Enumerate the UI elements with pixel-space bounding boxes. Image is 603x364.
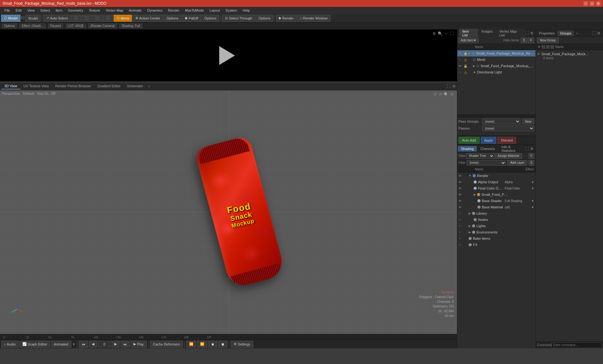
tab-info-statistics[interactable]: Info & Statistics [498,145,525,153]
item-list-scrollbar[interactable] [457,114,535,117]
tool-icon-3[interactable]: ⬛ [92,15,102,22]
animated-dropdown[interactable]: ▼ [72,342,76,346]
frame-input[interactable] [98,341,111,347]
add-item-button[interactable]: Add Item ▼ [459,38,479,43]
filter-f-button[interactable]: F [528,38,534,43]
menu-select[interactable]: Select [38,8,52,13]
item-row-1[interactable]: 👁 🔒 ⬡ Mesh [457,56,535,63]
menu-geometry[interactable]: Geometry [65,8,85,13]
lock-icon-1[interactable]: 🔒 [464,58,467,62]
next-frame-button[interactable]: ⏭ [121,341,130,348]
sh-eye-11[interactable]: 👁 [459,243,462,247]
menu-render[interactable]: Render [166,8,182,13]
tab-images[interactable]: Images [478,29,496,38]
lock-icon-0[interactable]: 🔒 [464,52,467,55]
item-row-0[interactable]: 👁 🔒 ▶ ⬡ Small_Food_Package_Mockup_Red ..… [457,50,535,56]
audio-button[interactable]: ♪ Audio [1,341,19,348]
tool-icon-4[interactable]: ⬛ [103,15,113,22]
item-row-2[interactable]: 👁 🔒 ▶ ⬡ Small_Food_Package_Mockup_Red ..… [457,63,535,69]
menu-file[interactable]: File [2,8,13,13]
shader-row-fx[interactable]: 👁 FX [457,242,535,248]
preview-icon-3[interactable]: ↔ [444,31,448,36]
tool-icon-1[interactable]: ⬛ [71,15,81,22]
auto-add-button[interactable]: Auto Add [459,137,480,144]
maximize-button[interactable]: □ [590,1,594,6]
sh-eye-6[interactable]: 👁 [459,212,462,215]
item-panel-settings-icon[interactable]: ⚙ [530,31,534,35]
menu-edit[interactable]: Edit [13,8,24,13]
options-3-button[interactable]: Options [256,15,273,22]
tab-3d-view[interactable]: 3D View [1,83,20,89]
sh-arrow-9[interactable]: ▶ [469,231,471,234]
preview-icon-2[interactable]: 🔍 [438,31,443,36]
add-layer-button[interactable]: Add Layer [507,160,527,166]
group-row-0[interactable]: 👁 Small_Food_Package_Mock... [537,51,602,56]
auto-select-button[interactable]: ↗ Auto Select [43,15,70,22]
lock-icon-3[interactable]: 🔒 [464,71,467,74]
menu-view[interactable]: View [25,8,37,13]
viewport-icon-1[interactable]: ⚙ [433,92,437,97]
sculpt-mode-button[interactable]: Sculpt [25,15,41,22]
shader-row-render[interactable]: 👁 ▼ Render [457,173,535,179]
lock-icon-2[interactable]: 🔒 [464,64,467,68]
sh-arrow-0[interactable]: ▼ [469,174,471,177]
tab-properties[interactable]: Properties [536,30,557,36]
assign-material-button[interactable]: Assign Material [495,153,522,159]
shader-row-nodes[interactable]: 👁 Nodes [457,217,535,223]
menu-help[interactable]: Help [240,8,253,13]
menu-maxtomodo[interactable]: MaxToModo [182,8,206,13]
sh-eye-8[interactable]: 👁 [459,224,462,228]
sh-arrow-r-1[interactable]: ▼ [531,180,534,184]
sh-arrow-6[interactable]: ▶ [469,212,471,215]
item-panel-expand-icon[interactable]: ⛶ [525,31,529,35]
model-mode-button[interactable]: ⬡ Model [1,15,20,22]
tab-item-list[interactable]: Item List [459,29,478,38]
transport-icon-1[interactable]: ⏪ [186,341,196,348]
new-pass-button[interactable]: New [522,119,534,124]
transport-icon-4[interactable]: ⏹ [218,341,227,348]
transport-icon-3[interactable]: ⏺ [208,341,217,348]
fr-col-eye-icon[interactable]: 👁 [538,45,541,49]
viewport-tab-add[interactable]: + [146,83,152,89]
shader-row-lights[interactable]: 👁 ▶ Lights [457,223,535,229]
sh-eye-3[interactable]: 👁 [459,193,462,196]
menu-texture[interactable]: Texture [86,8,103,13]
sh-eye-0[interactable]: 👁 [459,174,462,178]
shader-row-sfp[interactable]: 👁 ▶ Small_Food_Package_Mock ... [457,191,535,198]
sh-eye-5[interactable]: 👁 [459,206,462,209]
menu-animate[interactable]: Animate [126,8,144,13]
settings-button[interactable]: ⚙ Settings [231,341,253,348]
eye-icon-1[interactable]: 👁 [459,58,462,62]
tab-gradient-editor[interactable]: Gradient Editor [94,83,124,89]
discard-button[interactable]: Discard [497,137,516,144]
tab-shading[interactable]: Shading [458,146,477,152]
menu-system[interactable]: System [223,8,240,13]
falloff-button[interactable]: ◉ Falloff [182,15,201,22]
items-button[interactable]: ⬡ Items [114,15,132,22]
shading-settings-icon[interactable]: ⚙ [530,147,534,151]
tab-uv-texture[interactable]: UV Texture View [20,83,52,89]
fr-col-icon-4[interactable]: ⬛ [550,45,554,49]
filter-s-button[interactable]: S [521,38,527,43]
apply-button[interactable]: Apply [481,137,497,144]
fr-col-icon-3[interactable]: ⬛ [546,45,550,49]
sh-arrow-r-2[interactable]: ▼ [531,187,534,190]
graph-editor-button[interactable]: 📈 Graph Editor [19,341,50,348]
tab-schematic[interactable]: Schematic [124,83,146,89]
tab-vertex-map-list[interactable]: Vertex Map List [496,29,525,38]
tool-icon-2[interactable]: ⬛ [82,15,92,22]
sh-arrow-r-5[interactable]: ▼ [531,206,534,209]
menu-layout[interactable]: Layout [207,8,222,13]
tab-render-preset[interactable]: Render Preset Browser [52,83,94,89]
shader-row-alpha[interactable]: 👁 Alpha Output Alpha ▼ [457,179,535,185]
shader-row-finalcolor[interactable]: 👁 Final Color Output Final Color ▼ [457,185,535,191]
sh-eye-9[interactable]: 👁 [459,231,462,234]
sh-arrow-8[interactable]: ▶ [469,224,471,228]
fr-tab-add[interactable]: + [574,30,580,36]
menu-dynamics[interactable]: Dynamics [145,8,165,13]
prev-key-button[interactable]: ◀ [89,341,97,348]
sh-arrow-3[interactable]: ▶ [474,193,476,196]
viewport-icon-2[interactable]: ↺ [439,92,442,97]
menu-item[interactable]: Item [53,8,65,13]
eye-icon-0[interactable]: 👁 [459,52,462,55]
